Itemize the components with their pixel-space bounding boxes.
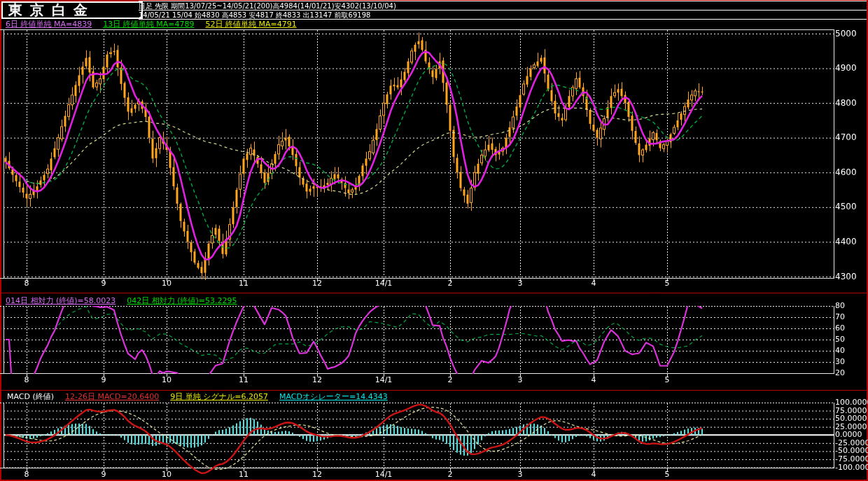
x-axis-label-month: 10: [151, 376, 182, 384]
macd-legend: MACD (終値) 12-26日 MACD=20.6400 9日 単純 シグナル…: [7, 393, 399, 401]
x-axis-label-month: 12: [302, 376, 332, 384]
instrument-title-box: 東京白金: [1, 1, 143, 19]
x-axis-label-month: 8: [11, 279, 42, 288]
chart-app-window: 東京白金 日足 先限 期間13/07/25~14/05/21(200)高4984…: [0, 0, 868, 481]
header-divider-top: [139, 1, 867, 1]
x-axis-label-month: 4: [578, 279, 609, 288]
y-axis-label-rsi: 20: [835, 369, 845, 377]
x-axis-label-month: 8: [11, 470, 42, 479]
header-divider-mid: [139, 10, 867, 11]
y-axis-label-rsi: 50: [835, 335, 845, 344]
y-axis-label-macd: -100.000: [835, 463, 868, 472]
macd-signal-label: 9日 単純 シグナル=6.2057: [170, 393, 268, 401]
x-axis-label-month: 12: [302, 470, 332, 479]
x-axis-label-month: 2: [435, 279, 465, 288]
x-axis-label-month: 11: [228, 470, 259, 479]
y-axis-label-rsi: 40: [835, 347, 845, 355]
x-axis-label-month: 5: [652, 279, 682, 288]
y-axis-label-rsi: 80: [835, 302, 845, 310]
ma-legend: 6日 終値単純 MA=4839 13日 終値単純 MA=4789 52日 終値単…: [6, 20, 308, 29]
x-axis-label-month: 3: [505, 470, 536, 479]
x-axis-label-month: 14/1: [368, 470, 399, 479]
y-axis-label-price: 4300: [835, 272, 857, 281]
ma6-legend-label: 6日 終値単純 MA=4839: [6, 20, 92, 29]
y-axis-label-price: 4600: [835, 168, 857, 177]
y-axis-label-price: 4500: [835, 202, 857, 211]
x-axis-label-month: 5: [652, 376, 682, 384]
x-axis-label-month: 9: [88, 279, 119, 288]
instrument-title: 東京白金: [8, 1, 95, 20]
x-axis-label-month: 4: [578, 376, 609, 384]
y-axis-label-price: 4400: [835, 237, 857, 246]
y-axis-label-rsi: 70: [835, 313, 845, 321]
chart-info-line2: 14/05/21 15/04 始4830 高4853 安4817 終4833 出…: [139, 11, 867, 19]
x-axis-label-month: 14/1: [368, 376, 399, 384]
price-chart-canvas[interactable]: [0, 0, 868, 481]
macd-oscillator-label: MACDオシレーター=14.4343: [279, 393, 388, 401]
x-axis-label-month: 3: [505, 376, 536, 384]
y-axis-label-price: 4700: [835, 133, 857, 142]
ma52-legend-label: 52日 終値単純 MA=4791: [205, 20, 296, 29]
y-axis-label-rsi: 60: [835, 324, 845, 333]
rsi14-legend-label: 014日 相対力 (終値)=58.0023: [6, 297, 115, 305]
y-axis-label-price: 4800: [835, 99, 857, 108]
chart-info-line1: 日足 先限 期間13/07/25~14/05/21(200)高4984(14/0…: [139, 2, 867, 10]
x-axis-label-month: 12: [302, 279, 332, 288]
x-axis-label-month: 14/1: [368, 279, 399, 288]
x-axis-label-month: 11: [228, 376, 259, 384]
x-axis-label-month: 8: [11, 376, 42, 384]
y-axis-label-rsi: 30: [835, 358, 845, 366]
macd-value-label: 12-26日 MACD=20.6400: [65, 393, 159, 401]
ma13-legend-label: 13日 終値単純 MA=4789: [103, 20, 194, 29]
x-axis-label-month: 9: [88, 470, 119, 479]
x-axis-label-month: 2: [435, 376, 465, 384]
x-axis-label-month: 10: [151, 279, 182, 288]
x-axis-label-month: 3: [505, 279, 536, 288]
macd-title-label: MACD (終値): [7, 393, 54, 401]
x-axis-label-month: 9: [88, 376, 119, 384]
rsi42-legend-label: 042日 相対力 (終値)=53.2295: [127, 297, 237, 305]
rsi-legend: 014日 相対力 (終値)=58.0023 042日 相対力 (終値)=53.2…: [6, 297, 248, 305]
y-axis-label-price: 5000: [835, 29, 857, 39]
x-axis-label-month: 4: [578, 470, 609, 479]
x-axis-label-month: 2: [435, 470, 465, 479]
x-axis-label-month: 10: [151, 470, 182, 479]
x-axis-label-month: 11: [228, 279, 259, 288]
y-axis-label-price: 4900: [835, 64, 857, 73]
x-axis-label-month: 5: [652, 470, 682, 479]
